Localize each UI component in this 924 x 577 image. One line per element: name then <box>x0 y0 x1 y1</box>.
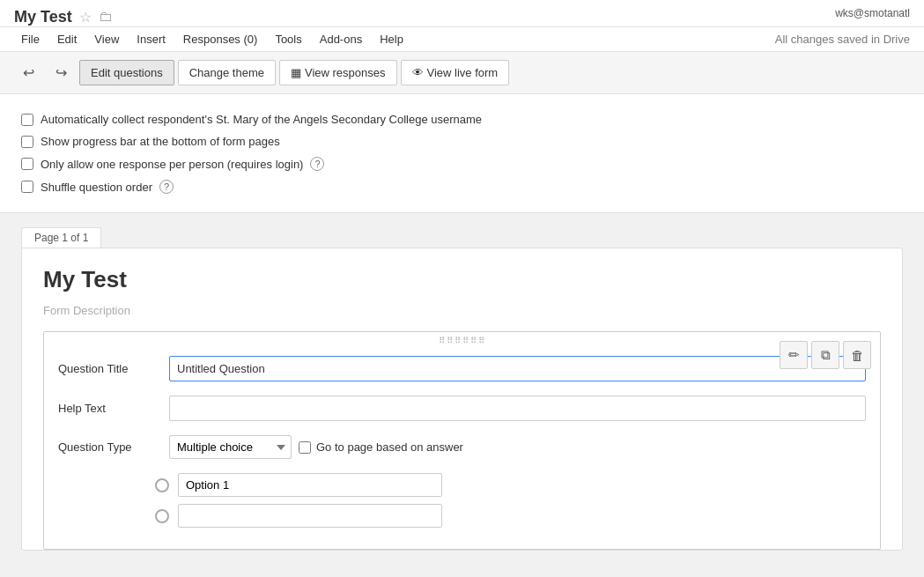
option-row-2 <box>155 504 866 528</box>
progress-bar-label: Show progress bar at the bottom of form … <box>41 135 280 148</box>
trash-icon: 🗑 <box>851 348 864 363</box>
duplicate-question-button[interactable]: ⧉ <box>811 341 839 369</box>
undo-button[interactable]: ↩ <box>14 59 43 86</box>
collect-username-checkbox[interactable] <box>21 114 33 126</box>
page-section: Page 1 of 1 My Test Form Description ⠿⠿⠿… <box>21 227 903 551</box>
doc-title: My Test <box>14 8 72 26</box>
option-2-input[interactable] <box>178 504 442 528</box>
options-section: Automatically collect respondent's St. M… <box>0 94 924 213</box>
goto-page-checkbox[interactable] <box>299 441 311 454</box>
page-tab: Page 1 of 1 <box>21 227 101 248</box>
question-type-row: Question Type Multiple choice Text Parag… <box>44 428 880 466</box>
one-response-checkbox[interactable] <box>21 158 33 170</box>
delete-question-button[interactable]: 🗑 <box>843 341 871 369</box>
checkbox-row-4: Shuffle question order ? <box>21 175 903 198</box>
menu-tools[interactable]: Tools <box>268 27 308 51</box>
main-content: Automatically collect respondent's St. M… <box>0 94 924 551</box>
progress-bar-checkbox[interactable] <box>21 136 33 148</box>
folder-icon[interactable]: 🗀 <box>99 9 113 25</box>
toolbar: ↩ ↪ Edit questions Change theme ▦View re… <box>0 52 924 94</box>
user-email: wks@smotanatl <box>835 7 910 26</box>
view-live-form-button[interactable]: 👁View live form <box>401 60 510 85</box>
goto-checkbox-wrap: Go to page based on answer <box>299 440 463 454</box>
menu-insert[interactable]: Insert <box>129 27 173 51</box>
redo-button[interactable]: ↪ <box>47 59 76 86</box>
question-type-select[interactable]: Multiple choice Text Paragraph text Chec… <box>169 435 292 459</box>
question-title-input[interactable] <box>169 356 866 381</box>
copy-icon: ⧉ <box>821 347 831 363</box>
option-row-1 <box>155 473 866 497</box>
options-area <box>44 466 880 549</box>
shuffle-question-label: Shuffle question order <box>41 181 152 194</box>
form-title: My Test <box>43 266 881 293</box>
question-title-label: Question Title <box>58 362 155 375</box>
help-text-label: Help Text <box>58 402 155 415</box>
save-status: All changes saved in Drive <box>775 33 910 46</box>
checkbox-row-1: Automatically collect respondent's St. M… <box>21 108 903 130</box>
one-response-help-icon[interactable]: ? <box>310 157 324 171</box>
help-text-input[interactable] <box>169 396 866 421</box>
drag-handle[interactable]: ⠿⠿⠿⠿⠿⠿ <box>44 332 880 349</box>
option-1-input[interactable] <box>178 473 442 497</box>
shuffle-help-icon[interactable]: ? <box>159 180 174 194</box>
radio-circle-2 <box>155 509 169 523</box>
title-bar: My Test ☆ 🗀 wks@smotanatl <box>0 0 924 27</box>
form-card: My Test Form Description ⠿⠿⠿⠿⠿⠿ ✏ ⧉ <box>21 248 903 551</box>
question-block: ⠿⠿⠿⠿⠿⠿ ✏ ⧉ 🗑 Question Title <box>43 331 881 550</box>
question-type-label: Question Type <box>58 440 155 454</box>
menu-file[interactable]: File <box>14 27 47 51</box>
menu-help[interactable]: Help <box>373 27 410 51</box>
title-left: My Test ☆ 🗀 <box>14 8 113 26</box>
goto-page-label: Go to page based on answer <box>316 440 463 454</box>
edit-questions-button[interactable]: Edit questions <box>79 60 174 85</box>
collect-username-label: Automatically collect respondent's St. M… <box>41 113 482 126</box>
checkbox-row-3: Only allow one response per person (requ… <box>21 152 903 175</box>
change-theme-button[interactable]: Change theme <box>178 60 276 85</box>
menu-addons[interactable]: Add-ons <box>313 27 369 51</box>
view-responses-icon: ▦ <box>291 66 301 79</box>
menu-responses[interactable]: Responses (0) <box>176 27 265 51</box>
radio-circle-1 <box>155 478 169 492</box>
type-select-wrap: Multiple choice Text Paragraph text Chec… <box>169 435 463 459</box>
question-actions: ✏ ⧉ 🗑 <box>780 341 871 369</box>
pencil-icon: ✏ <box>788 347 800 363</box>
one-response-label: Only allow one response per person (requ… <box>41 158 303 171</box>
shuffle-question-checkbox[interactable] <box>21 181 33 193</box>
question-title-row: Question Title <box>44 349 880 388</box>
form-description: Form Description <box>43 304 881 317</box>
help-text-row: Help Text <box>44 388 880 428</box>
menu-bar: File Edit View Insert Responses (0) Tool… <box>0 27 924 52</box>
edit-question-button[interactable]: ✏ <box>780 341 808 369</box>
star-icon[interactable]: ☆ <box>79 9 92 26</box>
menu-edit[interactable]: Edit <box>50 27 84 51</box>
view-live-icon: 👁 <box>412 66 424 79</box>
view-responses-button[interactable]: ▦View responses <box>279 60 397 85</box>
menu-view[interactable]: View <box>87 27 126 51</box>
checkbox-row-2: Show progress bar at the bottom of form … <box>21 130 903 152</box>
